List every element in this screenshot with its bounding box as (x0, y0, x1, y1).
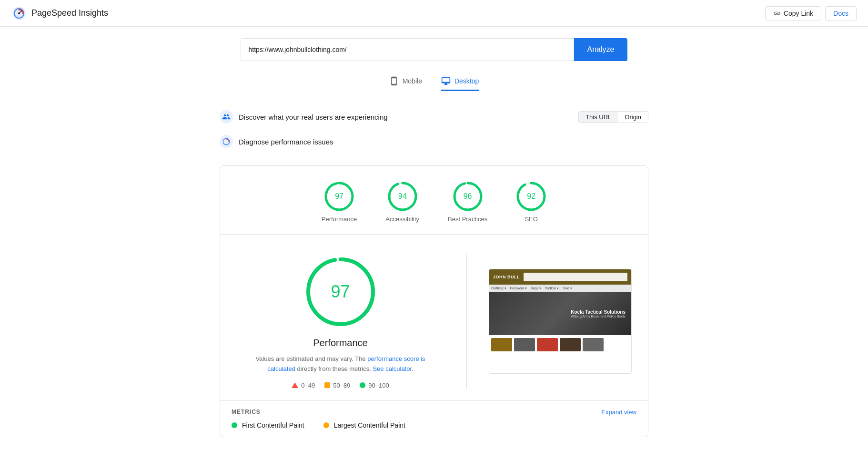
performance-right-panel: JOHN BULL Clothing ▾ Footwear ▾ Bags ▾ T… (484, 254, 636, 389)
screenshot-brand: JOHN BULL (493, 275, 520, 279)
info-row-diagnose-left: Diagnose performance issues (220, 135, 333, 148)
score-number-seo: 92 (527, 192, 535, 201)
score-item-accessibility[interactable]: 94 Accessibility (385, 181, 419, 223)
pagespeed-logo-icon (11, 6, 27, 21)
screenshot-nav-item: Tactical ▾ (545, 287, 559, 290)
info-sections: Discover what your real users are experi… (220, 104, 648, 154)
score-label-best-practices: Best Practices (448, 215, 487, 223)
mobile-icon (389, 76, 399, 86)
screenshot-product (537, 338, 558, 351)
screenshot-hero-text: Koela Tactical Solutions Altberg Army Bo… (571, 309, 626, 318)
metric-dot-fcp (232, 422, 237, 428)
url-origin-buttons: This URL Origin (578, 111, 648, 123)
link-icon (773, 10, 781, 17)
score-card: 97 Performance 94 Accessibility (220, 165, 648, 437)
metrics-label: METRICS (232, 409, 261, 415)
score-label-seo: SEO (525, 215, 537, 223)
legend-green-label: 90–100 (368, 382, 389, 389)
tab-mobile[interactable]: Mobile (389, 72, 422, 91)
info-text-users: Discover what your real users are experi… (239, 113, 388, 121)
website-screenshot: JOHN BULL Clothing ▾ Footwear ▾ Bags ▾ T… (489, 269, 632, 374)
screenshot-inner: JOHN BULL Clothing ▾ Footwear ▾ Bags ▾ T… (489, 269, 631, 373)
screenshot-body: Koela Tactical Solutions Altberg Army Bo… (489, 292, 631, 373)
big-score-number: 97 (331, 282, 350, 302)
info-row-users: Discover what your real users are experi… (220, 104, 648, 129)
legend-red: 0–49 (292, 382, 315, 389)
big-score-circle: 97 (303, 254, 379, 330)
screenshot-product (514, 338, 535, 351)
expand-view-button[interactable]: Expand view (601, 409, 636, 416)
score-item-seo[interactable]: 92 SEO (516, 181, 546, 223)
divider (466, 254, 467, 389)
metric-fcp-label: First Contentful Paint (242, 421, 304, 429)
legend-green: 90–100 (360, 382, 389, 389)
screenshot-nav-item: Bags ▾ (531, 287, 541, 290)
header-right: Copy Link Docs (765, 6, 857, 20)
this-url-button[interactable]: This URL (579, 112, 618, 123)
tab-desktop-label: Desktop (454, 77, 479, 85)
screenshot-product (583, 338, 604, 351)
metrics-row: First Contentful Paint Largest Contentfu… (232, 421, 636, 429)
metrics-section: METRICS Expand view First Contentful Pai… (220, 400, 648, 437)
screenshot-product (491, 338, 512, 351)
desktop-icon (441, 76, 451, 86)
score-circle-accessibility: 94 (387, 181, 418, 212)
tab-mobile-label: Mobile (403, 77, 422, 85)
legend-dot-icon (360, 382, 365, 388)
hero-subtitle: Altberg Army Boots and Police Boots (571, 315, 626, 318)
diagnose-icon (220, 135, 233, 148)
score-circle-performance: 97 (324, 181, 354, 212)
header: PageSpeed Insights Copy Link Docs (0, 0, 868, 27)
score-label-performance: Performance (322, 215, 357, 223)
screenshot-nav-item: Sale ▾ (563, 287, 572, 290)
score-item-performance[interactable]: 97 Performance (322, 181, 357, 223)
copy-link-label: Copy Link (784, 10, 813, 17)
legend-orange: 50–89 (324, 382, 350, 389)
users-icon (220, 110, 233, 123)
score-number-accessibility: 94 (398, 192, 407, 201)
metric-dot-lcp (323, 422, 329, 428)
screenshot-nav-item: Footwear ▾ (510, 287, 527, 290)
info-text-diagnose: Diagnose performance issues (239, 138, 333, 146)
screenshot-products-row (491, 338, 629, 351)
app-title: PageSpeed Insights (31, 8, 108, 18)
score-label-accessibility: Accessibility (385, 215, 419, 223)
url-bar-row: Analyze (156, 38, 712, 61)
copy-link-button[interactable]: Copy Link (765, 6, 821, 20)
score-number-best-practices: 96 (464, 192, 472, 201)
analyze-button[interactable]: Analyze (574, 38, 628, 61)
legend-orange-label: 50–89 (333, 382, 350, 389)
metric-lcp-label: Largest Contentful Paint (334, 421, 405, 429)
device-tabs: Mobile Desktop (156, 72, 712, 91)
score-number-performance: 97 (335, 192, 343, 201)
performance-left-panel: 97 Performance Values are estimated and … (232, 254, 449, 389)
score-circle-seo: 92 (516, 181, 546, 212)
tab-desktop[interactable]: Desktop (441, 72, 479, 91)
metrics-header: METRICS Expand view (232, 409, 636, 416)
metric-fcp: First Contentful Paint (232, 421, 304, 429)
see-calculator-link[interactable]: See calculator (373, 365, 412, 372)
legend-red-label: 0–49 (301, 382, 315, 389)
screenshot-nav: Clothing ▾ Footwear ▾ Bags ▾ Tactical ▾ … (489, 285, 631, 292)
origin-button[interactable]: Origin (618, 112, 648, 123)
legend-row: 0–49 50–89 90–100 (292, 382, 389, 389)
score-circle-best-practices: 96 (453, 181, 483, 212)
screenshot-search-bar (524, 273, 627, 281)
scores-row: 97 Performance 94 Accessibility (220, 166, 648, 235)
screenshot-hero: Koela Tactical Solutions Altberg Army Bo… (489, 292, 631, 335)
hero-title: Koela Tactical Solutions (571, 309, 626, 315)
screenshot-products (489, 335, 631, 354)
legend-square-icon (324, 382, 330, 388)
screenshot-header: JOHN BULL (489, 269, 631, 285)
docs-button[interactable]: Docs (825, 6, 857, 20)
screenshot-nav-item: Clothing ▾ (491, 287, 506, 290)
performance-detail-area: 97 Performance Values are estimated and … (220, 235, 648, 400)
performance-description: Values are estimated and may vary. The p… (255, 354, 426, 374)
main-content: Analyze Mobile Desktop (148, 27, 720, 449)
info-row-diagnose: Diagnose performance issues (220, 129, 648, 154)
performance-title: Performance (313, 338, 368, 348)
screenshot-product (560, 338, 581, 351)
url-input[interactable] (241, 38, 574, 61)
score-item-best-practices[interactable]: 96 Best Practices (448, 181, 487, 223)
info-row-users-left: Discover what your real users are experi… (220, 110, 388, 123)
